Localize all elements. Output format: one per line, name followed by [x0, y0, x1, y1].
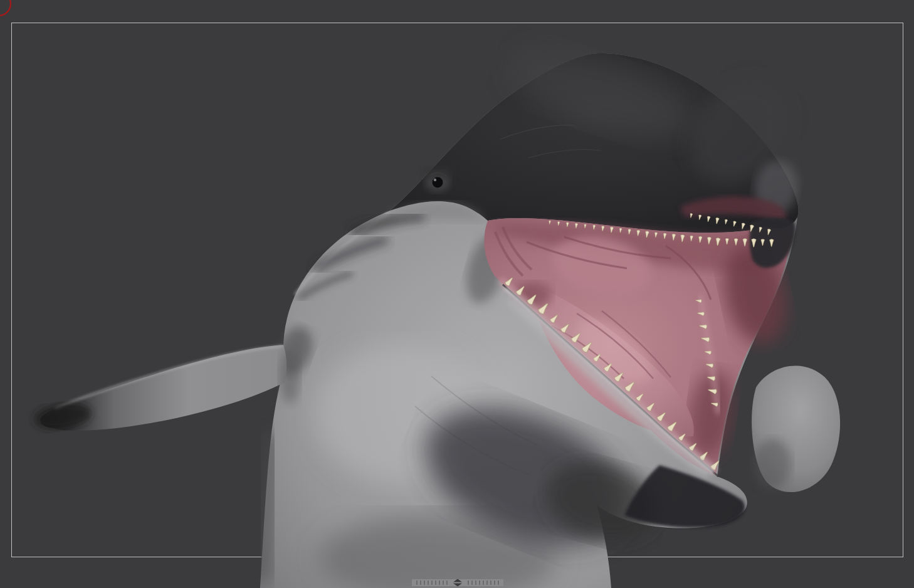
viewport-background: [0, 0, 914, 588]
bottom-splitter-handle[interactable]: [412, 579, 503, 587]
viewport-canvas[interactable]: [0, 0, 914, 588]
app-window: [0, 0, 914, 588]
